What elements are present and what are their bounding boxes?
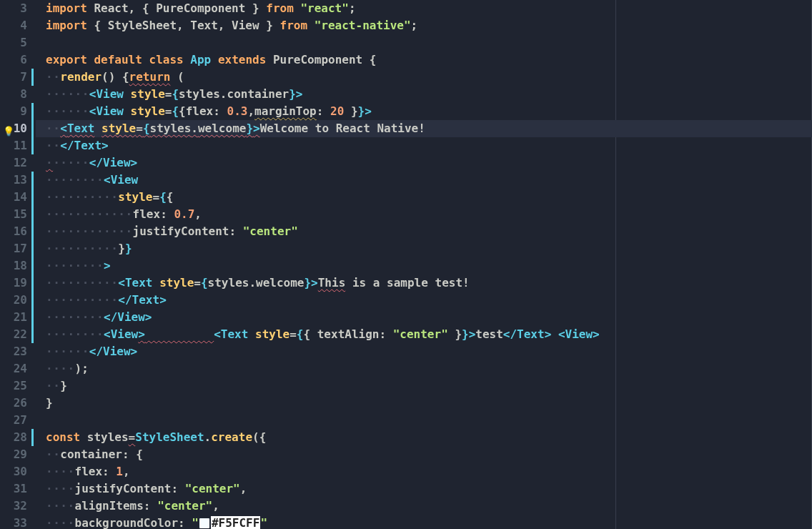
code-line[interactable]: ··container: {	[46, 446, 812, 463]
code-line[interactable]: ····backgroundColor: "#F5FCFF"	[46, 515, 812, 529]
line-number[interactable]: 26	[0, 395, 27, 412]
line-number[interactable]: 28	[0, 429, 27, 446]
code-line[interactable]: ········<View	[46, 172, 812, 189]
code-line[interactable]: ··········</Text>	[46, 292, 812, 309]
color-swatch-icon[interactable]	[199, 518, 209, 528]
code-line[interactable]: ····justifyContent: "center",	[46, 480, 812, 498]
line-number[interactable]: 20	[0, 292, 27, 309]
code-line[interactable]: export default class App extends PureCom…	[46, 51, 812, 69]
line-number[interactable]: 14	[0, 189, 27, 206]
line-number[interactable]: 13	[0, 172, 27, 189]
line-number[interactable]: 5	[0, 34, 27, 51]
code-line[interactable]: import { StyleSheet, Text, View } from "…	[46, 17, 812, 34]
code-line[interactable]	[46, 34, 812, 51]
line-number[interactable]: 8	[0, 86, 27, 103]
code-line[interactable]: ······</View>	[46, 154, 812, 172]
line-number[interactable]: 3	[0, 0, 27, 17]
code-line[interactable]: ··</Text>	[46, 137, 812, 154]
code-line[interactable]: ······<View style={styles.container}>	[46, 86, 812, 103]
code-line[interactable]: ············justifyContent: "center"	[46, 223, 812, 240]
line-number[interactable]: 25	[0, 377, 27, 395]
code-area[interactable]: import React, { PureComponent } from "re…	[36, 0, 812, 529]
line-number[interactable]: 15	[0, 206, 27, 223]
code-line[interactable]: ··········style={{	[46, 189, 812, 206]
line-number[interactable]: 12	[0, 154, 27, 172]
code-line[interactable]: ····flex: 1,	[46, 463, 812, 480]
line-number[interactable]: 27	[0, 412, 27, 429]
line-number[interactable]: 31	[0, 480, 27, 498]
line-number[interactable]: 22	[0, 326, 27, 343]
code-line[interactable]	[46, 412, 812, 429]
line-number[interactable]: 17	[0, 240, 27, 257]
line-number[interactable]: 7	[0, 69, 27, 86]
code-line[interactable]: ··<Text style={styles.welcome}>Welcome t…	[36, 120, 812, 137]
line-number-gutter[interactable]: 3 4 5 6 7 8 9 10 11 12 13 14 15 16 17 18…	[0, 0, 36, 529]
code-line[interactable]: }	[46, 395, 812, 412]
code-line[interactable]: ······<View style={{flex: 0.3,marginTop:…	[46, 103, 812, 120]
line-number[interactable]: 21	[0, 309, 27, 326]
line-number[interactable]: 18	[0, 257, 27, 275]
code-line[interactable]: ··········<Text style={styles.welcome}>T…	[46, 275, 812, 292]
line-number[interactable]: 29	[0, 446, 27, 463]
line-number[interactable]: 30	[0, 463, 27, 480]
code-line[interactable]: ········<View> <Text style={{ textAlign:…	[46, 326, 812, 343]
code-line[interactable]: ····alignItems: "center",	[46, 498, 812, 515]
code-editor[interactable]: 💡 3 4 5 6 7 8 9 10 11 12 13 14 15 16 17 …	[0, 0, 812, 529]
line-number[interactable]: 19	[0, 275, 27, 292]
line-number[interactable]: 4	[0, 17, 27, 34]
code-line[interactable]: const styles=StyleSheet.create({	[46, 429, 812, 446]
code-line[interactable]: ············flex: 0.7,	[46, 206, 812, 223]
line-number[interactable]: 24	[0, 360, 27, 377]
line-number[interactable]: 33	[0, 515, 27, 529]
code-line[interactable]: ··render() {return (	[46, 69, 812, 86]
code-line[interactable]: ····);	[46, 360, 812, 377]
line-number[interactable]: 9	[0, 103, 27, 120]
code-line[interactable]: ··········}}	[46, 240, 812, 257]
line-number[interactable]: 32	[0, 498, 27, 515]
code-line[interactable]: import React, { PureComponent } from "re…	[46, 0, 812, 17]
line-number[interactable]: 6	[0, 51, 27, 69]
line-number[interactable]: 23	[0, 343, 27, 360]
code-line[interactable]: ······</View>	[46, 343, 812, 360]
code-line[interactable]: ········</View>	[46, 309, 812, 326]
line-number[interactable]: 16	[0, 223, 27, 240]
code-line[interactable]: ··}	[46, 377, 812, 395]
lightbulb-icon[interactable]: 💡	[3, 123, 14, 140]
code-line[interactable]: ········>	[46, 257, 812, 275]
